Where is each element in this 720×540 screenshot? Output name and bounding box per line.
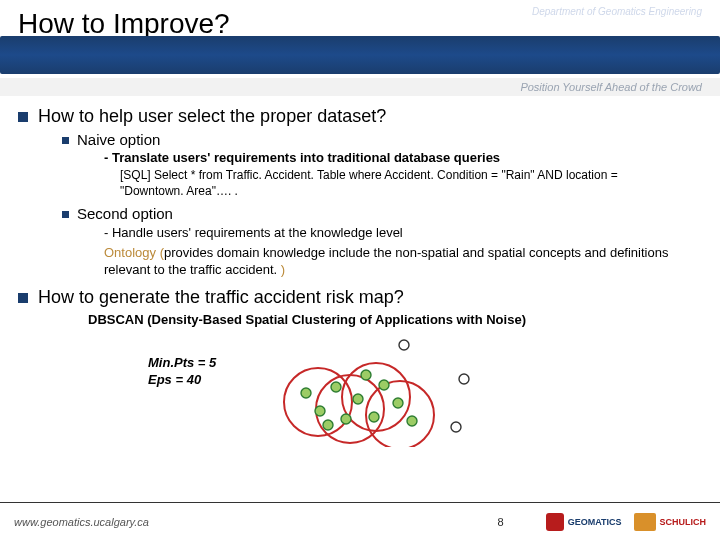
bullet-level2: Naive option (62, 131, 702, 148)
ontology-word: Ontology (104, 245, 156, 260)
svg-point-15 (399, 340, 409, 350)
svg-point-6 (331, 382, 341, 392)
question-2: How to generate the traffic accident ris… (38, 287, 404, 308)
schulich-logo: SCHULICH (634, 513, 707, 531)
dbscan-params: Min.Pts = 5 Eps = 40 (148, 355, 216, 389)
page-number: 8 (498, 516, 504, 528)
second-option-line: - Handle users' requirements at the know… (104, 224, 694, 242)
svg-point-9 (369, 412, 379, 422)
ontology-body: provides domain knowledge include the no… (104, 245, 668, 278)
svg-point-16 (459, 374, 469, 384)
naive-option-label: Naive option (77, 131, 160, 148)
department-label: Department of Geomatics Engineering (532, 6, 702, 17)
svg-point-13 (361, 370, 371, 380)
globe-icon (546, 513, 564, 531)
param-minpts: Min.Pts = 5 (148, 355, 216, 372)
naive-option-line: - Translate users' requirements into tra… (104, 150, 702, 165)
svg-point-11 (393, 398, 403, 408)
shield-icon (634, 513, 656, 531)
svg-point-8 (353, 394, 363, 404)
footer-right: 8 GEOMATICS SCHULICH (498, 513, 706, 531)
ontology-line: Ontology (provides domain knowledge incl… (104, 244, 694, 279)
header-banner (0, 36, 720, 74)
tagline-text: Position Yourself Ahead of the Crowd (520, 81, 702, 93)
square-bullet-icon (62, 211, 69, 218)
param-eps: Eps = 40 (148, 372, 216, 389)
footer-url: www.geomatics.ucalgary.ca (14, 516, 149, 528)
sql-example: [SQL] Select * from Traffic. Accident. T… (120, 167, 680, 199)
svg-point-14 (323, 420, 333, 430)
svg-point-12 (407, 416, 417, 426)
ontology-paren-close: ) (277, 262, 285, 277)
ontology-paren-open: ( (156, 245, 164, 260)
dbscan-cluster-diagram (258, 327, 518, 447)
second-option-text: - Handle users' requirements at the know… (104, 225, 403, 240)
bullet-level1: How to generate the traffic accident ris… (18, 287, 702, 308)
square-bullet-icon (18, 293, 28, 303)
svg-point-5 (315, 406, 325, 416)
geomatics-logo: GEOMATICS (546, 513, 622, 531)
svg-point-17 (451, 422, 461, 432)
bullet-level2: Second option (62, 205, 702, 222)
cluster-diagram-area: Min.Pts = 5 Eps = 40 (148, 333, 578, 453)
second-option-label: Second option (77, 205, 173, 222)
svg-point-7 (341, 414, 351, 424)
svg-point-1 (316, 375, 384, 443)
svg-point-4 (301, 388, 311, 398)
slide-content: How to help user select the proper datas… (18, 104, 702, 453)
schulich-logo-text: SCHULICH (660, 517, 707, 527)
geomatics-logo-text: GEOMATICS (568, 517, 622, 527)
tagline-bar: Position Yourself Ahead of the Crowd (0, 78, 720, 96)
svg-point-10 (379, 380, 389, 390)
square-bullet-icon (18, 112, 28, 122)
square-bullet-icon (62, 137, 69, 144)
slide-footer: www.geomatics.ucalgary.ca 8 GEOMATICS SC… (0, 502, 720, 540)
bullet-level1: How to help user select the proper datas… (18, 106, 702, 127)
dbscan-label: DBSCAN (Density-Based Spatial Clustering… (88, 312, 702, 327)
question-1: How to help user select the proper datas… (38, 106, 386, 127)
slide-header: Department of Geomatics Engineering How … (0, 0, 720, 78)
